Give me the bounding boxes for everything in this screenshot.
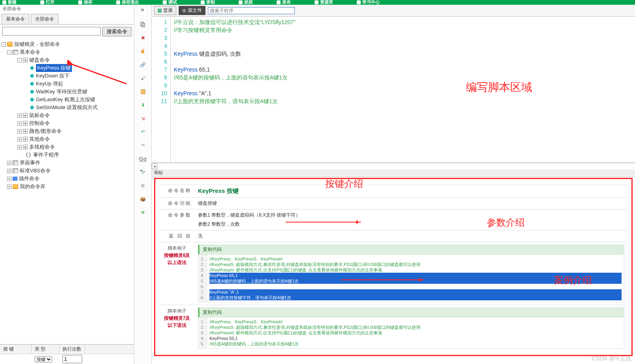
hand-icon[interactable] xyxy=(139,47,147,55)
code-body[interactable]: //牛云说：加微信可以进行技术交流“LYDSfly1207” //学习按键精灵常… xyxy=(171,17,635,162)
go-button[interactable]: Go xyxy=(139,155,147,163)
tab-basic-cmd[interactable]: 基本命令 xyxy=(2,14,29,24)
category-icon xyxy=(23,121,28,126)
left-top-label: 全部命令 xyxy=(0,5,134,13)
doc-tab-normal[interactable]: 普通 xyxy=(154,6,176,15)
group-icon xyxy=(13,168,18,173)
db-icon xyxy=(7,42,13,47)
left-bottom-grid: 按 键 类 型 执行次数 按键 xyxy=(0,344,134,364)
redo-icon[interactable]: ↷ xyxy=(139,141,147,149)
editor-hscroll[interactable]: ◂ xyxy=(152,163,635,169)
annotation-arrow-icon xyxy=(286,222,361,223)
expand-icon[interactable]: + xyxy=(17,145,22,149)
group-icon xyxy=(13,50,18,55)
collapse-icon[interactable]: - xyxy=(7,50,11,55)
item-icon xyxy=(30,81,34,86)
shrink-icon[interactable]: ⇲ xyxy=(139,115,147,123)
doc-tab-bar: 普通 源文件 xyxy=(152,5,635,17)
db-icon xyxy=(13,184,18,189)
tab-all-cmd[interactable]: 全部命令 xyxy=(31,14,58,24)
expand-icon[interactable]: + xyxy=(17,113,22,118)
annotation-editor: 编写脚本区域 xyxy=(466,80,532,95)
cmd-search-button[interactable]: 搜索命令 xyxy=(102,27,132,36)
left-tabs: 基本命令 全部命令 xyxy=(0,14,134,25)
annotation-case: 案例介绍 xyxy=(554,274,592,287)
annotation-intro: 按键介绍 xyxy=(325,177,363,190)
brush-icon[interactable]: 🖌 xyxy=(139,74,147,82)
right-panel: 普通 源文件 1234567891011 //牛云说：加微信可以进行技术交流“L… xyxy=(152,5,635,364)
category-icon xyxy=(23,113,28,118)
help-table: 命令名称KeyPress 按键 命令功能键盘按键 命令参数 参数1 整数型，键盘… xyxy=(159,185,627,351)
brace-icon: {} xyxy=(25,151,32,159)
item-icon xyxy=(30,66,34,70)
category-icon xyxy=(23,129,28,134)
example-code-8: 复制代码 1.2.3.4.5.6.7.8. //KeyPress、KeyPres… xyxy=(198,245,624,302)
item-icon xyxy=(30,105,34,109)
settings-icon[interactable]: ⚙ xyxy=(139,182,147,190)
cross-icon[interactable]: ✖ xyxy=(139,34,147,42)
expand-icon[interactable]: + xyxy=(17,137,22,141)
tree-item-keypress[interactable]: KeyPress 按键 xyxy=(36,64,72,72)
category-icon xyxy=(23,137,28,141)
binoculars-icon[interactable]: 🔭 xyxy=(139,168,147,176)
expand-icon[interactable]: + xyxy=(7,185,11,189)
subroutine-search-input[interactable] xyxy=(208,7,295,14)
copy-icon[interactable] xyxy=(139,21,147,28)
watermark: CSDN @牛云说 xyxy=(592,355,631,362)
expand-icon[interactable]: + xyxy=(17,121,22,126)
link-icon[interactable]: 🔗 xyxy=(139,61,147,69)
help-box: 按键介绍 参数介绍 案例介绍 命令名称KeyPress 按键 命令功能键盘按键 … xyxy=(154,178,633,356)
plugin-icon xyxy=(13,177,17,181)
tree-item[interactable]: SetSimMode 设置模拟方式 xyxy=(36,104,98,111)
copy-code-link[interactable]: 复制代码 xyxy=(198,307,624,317)
svg-rect-3 xyxy=(141,89,145,94)
tree-item[interactable]: KeyUp 弹起 xyxy=(36,80,63,88)
item-icon xyxy=(30,74,34,78)
collapse-icon[interactable]: - xyxy=(2,42,6,47)
item-icon xyxy=(30,89,34,94)
cut-icon[interactable] xyxy=(139,7,147,15)
tree-item[interactable]: KeyDown 按下 xyxy=(36,72,70,80)
expand-icon[interactable]: + xyxy=(17,129,22,134)
example-code-7: 复制代码 1.2.3.4.5. //KeyPress、KeyPressS、Key… xyxy=(198,307,624,349)
expand-icon[interactable]: + xyxy=(7,169,11,173)
vertical-toolstrip: ✖ 🔗 🖌 ⬇ ⇲ ↶ ↷ Go 🔭 ⚙ 📦 👁 xyxy=(134,5,152,364)
cmd-search-input[interactable] xyxy=(2,27,101,36)
annotation-arrow-icon xyxy=(341,279,424,280)
group-icon xyxy=(13,160,18,165)
help-tab[interactable]: 帮助 xyxy=(152,169,635,177)
tree-item[interactable]: GetLastKey 检测上次按键 xyxy=(36,96,95,104)
type-select[interactable]: 按键 xyxy=(35,356,52,362)
tree-item[interactable]: WaitKey 等待按任意键 xyxy=(36,88,87,96)
copy-code-link[interactable]: 复制代码 xyxy=(198,245,624,255)
count-input[interactable] xyxy=(62,355,82,363)
undo-icon[interactable]: ↶ xyxy=(139,128,147,136)
collapse-icon[interactable]: - xyxy=(17,58,22,62)
expand-icon[interactable]: + xyxy=(7,161,11,165)
left-panel: 全部命令 基本命令 全部命令 搜索命令 -按键精灵 - 全部命令 -基本命令 -… xyxy=(0,5,134,364)
code-editor[interactable]: 1234567891011 //牛云说：加微信可以进行技术交流“LYDSfly1… xyxy=(152,17,635,163)
eye-icon[interactable]: 👁 xyxy=(139,209,147,217)
category-icon xyxy=(23,58,28,62)
annotation-param: 参数介绍 xyxy=(487,216,525,229)
down-icon[interactable]: ⬇ xyxy=(139,101,147,109)
category-icon xyxy=(23,145,28,149)
command-tree[interactable]: -按键精灵 - 全部命令 -基本命令 -键盘命令 KeyPress 按键 Key… xyxy=(0,39,134,193)
item-icon xyxy=(30,97,34,102)
doc-tab-source[interactable]: 源文件 xyxy=(179,6,205,15)
line-gutter: 1234567891011 xyxy=(152,17,171,162)
package-icon[interactable]: 📦 xyxy=(139,195,147,203)
clipboard-icon[interactable] xyxy=(139,88,147,96)
main-toolbar: 新建 打开 保存 保存退出 调试 录制 抓抓 发布 资源库 学习中心 xyxy=(0,0,635,5)
expand-icon[interactable]: + xyxy=(7,177,11,181)
